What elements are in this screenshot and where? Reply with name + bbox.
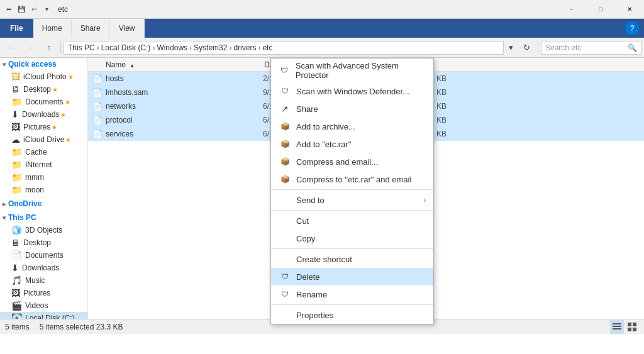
sidebar-item-label: Local Disk (C:) (25, 314, 75, 319)
search-box[interactable]: Search etc 🔍 (541, 41, 641, 55)
sidebar-section-onedrive: ▸ OneDrive (0, 197, 87, 210)
titlebar-icons: ⬅ 💾 ↩ ▾ (0, 4, 55, 14)
sidebar-header-quick-access[interactable]: ▾ Quick access (0, 58, 87, 70)
sidebar-item-documents-qa[interactable]: 📁 Documents ★ (0, 96, 87, 108)
svg-rect-4 (633, 323, 636, 326)
file-name-protocol: protocol (106, 116, 263, 124)
sidebar-item-label: mmm (25, 173, 44, 182)
ribbon-file-tab[interactable]: File (0, 19, 33, 38)
path-system32[interactable]: System32 (194, 43, 227, 52)
sidebar-item-label: moon (25, 185, 44, 194)
send-to-icon (279, 194, 291, 206)
toolbar-separator (60, 41, 61, 54)
close-button[interactable]: ✕ (615, 0, 644, 19)
chevron-right-icon: ▸ (3, 201, 6, 207)
sidebar-item-desktop-qa[interactable]: 🖥 Desktop ★ (0, 83, 87, 96)
undo-icon: ↩ (29, 4, 39, 14)
ctx-compress-email[interactable]: 📦 Compress and email... (271, 153, 433, 170)
sidebar-item-pictures-pc[interactable]: 🖼 Pictures (0, 287, 87, 299)
ctx-create-shortcut[interactable]: Create shortcut (271, 250, 433, 268)
quick-access-label: Quick access (8, 60, 57, 69)
large-icons-view-icon (627, 322, 637, 332)
sidebar-item-downloads-qa[interactable]: ⬇ Downloads ★ (0, 108, 87, 121)
sidebar-item-icloud-photo[interactable]: 🖼 iCloud Photo ★ (0, 70, 87, 83)
ctx-cut[interactable]: Cut (271, 212, 433, 230)
forward-button[interactable]: → (21, 40, 39, 56)
up-button[interactable]: ↑ (40, 40, 58, 56)
onedrive-label: OneDrive (8, 199, 42, 208)
sidebar-item-3d-objects[interactable]: 🧊 3D Objects (0, 224, 87, 236)
context-menu: 🛡 Scan with Advanced System Protector 🛡 … (270, 58, 434, 324)
submenu-arrow-icon: › (424, 197, 426, 204)
ctx-delete[interactable]: 🛡 Delete (271, 268, 433, 285)
ctx-scan-advanced[interactable]: 🛡 Scan with Advanced System Protector (271, 58, 433, 82)
sidebar-scroll: ▾ Quick access 🖼 iCloud Photo ★ 🖥 Deskto… (0, 58, 87, 319)
sidebar-item-moon[interactable]: 📁 moon (0, 184, 87, 196)
path-this-pc[interactable]: This PC (68, 43, 95, 52)
refresh-button[interactable]: ↻ (518, 40, 535, 56)
toolbar: ← → ↑ This PC › Local Disk (C:) › Window… (0, 38, 644, 58)
svg-rect-1 (613, 326, 621, 327)
path-etc[interactable]: etc (262, 43, 272, 52)
sidebar-item-downloads-pc[interactable]: ⬇ Downloads (0, 262, 87, 274)
compress-etc-icon: 📦 (279, 173, 291, 185)
sidebar-item-label: Videos (25, 301, 48, 310)
help-button[interactable]: ? (625, 21, 639, 35)
sidebar-item-documents-pc[interactable]: 📄 Documents (0, 249, 87, 262)
ribbon-tab-view[interactable]: View (110, 19, 145, 38)
statusbar-view-controls (610, 320, 639, 334)
ctx-properties[interactable]: Properties (271, 306, 433, 324)
sidebar-item-internet[interactable]: 📁 INternet (0, 158, 87, 171)
file-name-hosts: hosts (106, 74, 263, 83)
sidebar-item-label: Downloads (22, 110, 59, 119)
maximize-button[interactable]: □ (586, 0, 615, 19)
sidebar-header-onedrive[interactable]: ▸ OneDrive (0, 197, 87, 210)
ctx-label: Send to (296, 196, 325, 205)
ribbon-tab-home[interactable]: Home (33, 19, 72, 38)
svg-rect-3 (628, 323, 631, 326)
ctx-compress-etc-email[interactable]: 📦 Compress to "etc.rar" and email (271, 170, 433, 188)
ctx-share[interactable]: ↗ Share (271, 100, 433, 118)
local-disk-icon: 💽 (11, 313, 22, 319)
search-placeholder: Search etc (545, 43, 625, 52)
sidebar-header-this-pc[interactable]: ▾ This PC (0, 211, 87, 224)
back-button[interactable]: ← (3, 40, 20, 56)
sidebar-item-label: Documents (25, 97, 64, 106)
sidebar-item-pictures-qa[interactable]: 🖼 Pictures ★ (0, 121, 87, 133)
address-dropdown-button[interactable]: ▾ (505, 40, 516, 56)
title-text: etc (58, 5, 68, 14)
sidebar-item-icloud-drive[interactable]: ☁ iCloud Drive ★ (0, 133, 87, 146)
documents-icon: 📁 (11, 97, 22, 107)
ctx-add-archive[interactable]: 📦 Add to archive... (271, 118, 433, 135)
path-drivers[interactable]: drivers (233, 43, 256, 52)
videos-icon: 🎬 (11, 301, 22, 311)
star-icon: ★ (60, 111, 66, 118)
sidebar-item-desktop-pc[interactable]: 🖥 Desktop (0, 236, 87, 249)
ctx-scan-defender[interactable]: 🛡 Scan with Windows Defender... (271, 82, 433, 100)
ribbon-tab-share[interactable]: Share (72, 19, 110, 38)
properties-icon (279, 309, 291, 321)
compress-email-icon: 📦 (279, 155, 291, 168)
ctx-copy[interactable]: Copy (271, 230, 433, 247)
sidebar-item-local-disk[interactable]: 💽 Local Disk (C:) (0, 312, 87, 319)
shortcut-icon (279, 253, 291, 265)
ctx-send-to[interactable]: Send to › (271, 191, 433, 209)
ctx-rename[interactable]: 🛡 Rename (271, 285, 433, 303)
path-windows[interactable]: Windows (157, 43, 187, 52)
file-name-lmhosts: lmhosts.sam (106, 88, 263, 97)
ctx-add-etc-rar[interactable]: 📦 Add to "etc.rar" (271, 135, 433, 153)
address-path[interactable]: This PC › Local Disk (C:) › Windows › Sy… (64, 41, 504, 55)
sidebar-item-mmm[interactable]: 📁 mmm (0, 171, 87, 184)
minimize-button[interactable]: − (557, 0, 586, 19)
column-name[interactable]: Name ▲ (88, 60, 264, 69)
sidebar-item-videos[interactable]: 🎬 Videos (0, 299, 87, 312)
sidebar-section-this-pc: ▾ This PC 🧊 3D Objects 🖥 Desktop 📄 Docum… (0, 211, 87, 319)
path-local-disk[interactable]: Local Disk (C:) (101, 43, 151, 52)
view-details-button[interactable] (610, 320, 624, 334)
ctx-label: Create shortcut (296, 255, 352, 264)
sidebar-item-cache[interactable]: 📁 Cache (0, 146, 87, 158)
view-large-icons-button[interactable] (625, 320, 639, 334)
sidebar-item-music[interactable]: 🎵 Music (0, 274, 87, 287)
sidebar-item-label: Desktop (23, 238, 51, 247)
ctx-label: Scan with Advanced System Protector (296, 61, 426, 80)
